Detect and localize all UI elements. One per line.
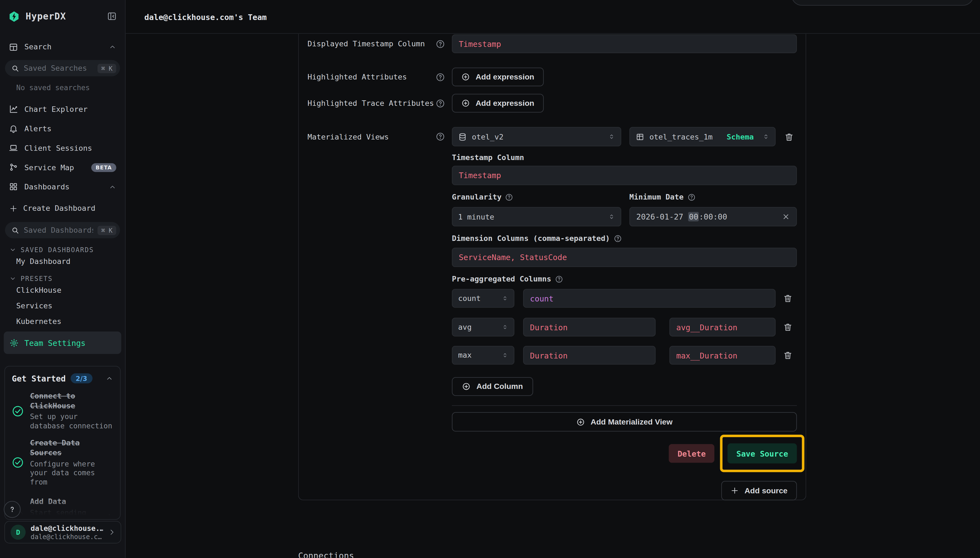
minimum-date-input[interactable]: 2026-01-27 00 :00:00 — [630, 207, 797, 226]
group-label: SAVED DASHBOARDS — [21, 246, 94, 253]
table-select[interactable]: otel_traces_1m Schema — [630, 127, 775, 146]
sidebar-item-kubernetes[interactable]: Kubernetes — [0, 313, 125, 329]
search-section-icon — [9, 42, 18, 51]
add-expression-button[interactable]: Add expression — [452, 94, 544, 112]
trash-icon[interactable] — [784, 131, 794, 142]
group-presets[interactable]: PRESETS — [0, 269, 125, 282]
add-column-button[interactable]: Add Column — [452, 377, 533, 396]
sub-label-row: Timestamp Column — [452, 153, 797, 162]
trash-icon[interactable] — [783, 293, 792, 304]
sidebar-item-clickhouse[interactable]: ClickHouse — [0, 282, 125, 298]
aggregation-select[interactable]: count — [452, 289, 514, 307]
field-label-row: Materialized Views — [308, 127, 445, 146]
input-value: Duration — [530, 322, 568, 332]
sidebar-item-chart-explorer[interactable]: Chart Explorer — [0, 100, 125, 119]
aggregation-select[interactable]: max — [452, 346, 514, 364]
granularity-value: 1 minute — [458, 212, 494, 221]
button-label: Add source — [744, 486, 787, 495]
bell-icon — [9, 124, 18, 133]
sidebar-item-services[interactable]: Services — [0, 298, 125, 313]
aggregation-select[interactable]: avg — [452, 318, 514, 336]
sidebar-item-team-settings[interactable]: Team Settings — [4, 332, 121, 354]
info-icon[interactable] — [555, 275, 563, 283]
info-icon[interactable] — [435, 132, 445, 141]
shortcut-badge: ⌘ K — [98, 64, 116, 73]
info-icon[interactable] — [687, 193, 695, 201]
connections-section: Connections — [298, 550, 806, 558]
date-part: 2026-01-27 — [636, 212, 683, 222]
alias-input[interactable]: max__Duration — [669, 346, 775, 364]
no-saved-searches-text: No saved searches — [0, 76, 125, 92]
group-saved-dashboards[interactable]: SAVED DASHBOARDS — [0, 238, 125, 253]
search-placeholder: Saved Dashboards — [24, 226, 93, 235]
save-source-button[interactable]: Save Source — [728, 443, 797, 463]
sub-label-row: Pre-aggregated Columns — [452, 275, 797, 283]
saved-searches-input[interactable]: Saved Searches ⌘ K — [5, 60, 120, 76]
avatar: D — [11, 525, 26, 540]
database-select[interactable]: otel_v2 — [452, 127, 621, 146]
mv-timestamp-column-input[interactable]: Timestamp — [452, 166, 797, 185]
chevron-up-icon — [106, 375, 113, 382]
get-started-header[interactable]: Get Started 2/3 — [12, 373, 113, 383]
sub-label-row: Dimension Columns (comma-separated) — [452, 234, 797, 243]
sidebar-item-client-sessions[interactable]: Client Sessions — [0, 138, 125, 158]
sidebar-item-dashboards[interactable]: Dashboards — [0, 177, 125, 197]
granularity-select[interactable]: 1 minute — [452, 207, 621, 226]
step-desc: Set up your database connection — [30, 412, 113, 430]
laptop-icon — [9, 143, 18, 153]
sidebar-item-alerts[interactable]: Alerts — [0, 119, 125, 138]
delete-button[interactable]: Delete — [669, 444, 715, 463]
check-circle-icon — [12, 405, 24, 417]
user-name: dale@clickhouse.… — [31, 524, 103, 533]
help-button[interactable] — [4, 501, 21, 518]
expression-input[interactable]: Duration — [523, 318, 656, 336]
trash-icon[interactable] — [783, 322, 792, 332]
sidebar: HyperDX Search Saved Searches ⌘ K No sav… — [0, 0, 126, 558]
collapse-sidebar-icon[interactable] — [107, 11, 117, 21]
trash-icon[interactable] — [783, 350, 792, 360]
plus-icon — [731, 486, 739, 495]
add-materialized-view-button[interactable]: Add Materialized View — [452, 412, 797, 432]
field-label: Highlighted Attributes — [308, 73, 407, 81]
expression-input[interactable]: count — [523, 289, 775, 307]
button-label: Add Column — [476, 382, 523, 391]
topbar: dale@clickhouse.com's Team — [126, 0, 980, 34]
input-value: Timestamp — [459, 39, 501, 49]
main-content: Displayed Timestamp Column Timestamp Hig… — [126, 34, 980, 558]
field-label: Materialized Views — [308, 132, 389, 141]
create-dashboard-label: Create Dashboard — [23, 204, 95, 213]
get-started-step-add-data[interactable]: 3 Add Data Start sending logs, metrics, … — [12, 497, 113, 520]
step-title: Add Data — [30, 497, 98, 507]
sidebar-item-search[interactable]: Search — [0, 38, 125, 56]
displayed-timestamp-input[interactable]: Timestamp — [452, 34, 797, 53]
schema-badge[interactable]: Schema — [726, 132, 754, 141]
sub-label: Pre-aggregated Columns — [452, 275, 551, 283]
info-icon[interactable] — [435, 98, 445, 108]
info-icon[interactable] — [435, 72, 445, 82]
create-dashboard-button[interactable]: Create Dashboard — [0, 200, 125, 217]
sidebar-item-my-dashboard[interactable]: My Dashboard — [0, 253, 125, 269]
button-label: Add Materialized View — [591, 417, 672, 426]
topbar-pill — [791, 0, 974, 6]
saved-dashboards-input[interactable]: Saved Dashboards ⌘ K — [5, 222, 120, 238]
circle-plus-icon — [461, 73, 470, 81]
alias-input[interactable]: avg__Duration — [669, 318, 775, 336]
connections-title: Connections — [298, 550, 806, 558]
info-icon[interactable] — [506, 193, 514, 201]
user-account-button[interactable]: D dale@clickhouse.… dale@clickhouse.c… — [4, 521, 121, 543]
info-icon[interactable] — [435, 39, 445, 49]
sidebar-item-service-map[interactable]: Service Map BETA — [0, 158, 125, 177]
add-expression-button[interactable]: Add expression — [452, 67, 544, 86]
add-source-button[interactable]: Add source — [722, 481, 797, 501]
dimension-columns-input[interactable]: ServiceName, StatusCode — [452, 248, 797, 267]
sub-label: Timestamp Column — [452, 153, 524, 162]
info-icon[interactable] — [614, 234, 622, 243]
expression-input[interactable]: Duration — [523, 346, 656, 364]
get-started-title: Get Started — [12, 374, 65, 383]
clear-date-icon[interactable] — [782, 213, 790, 221]
sub-label: Dimension Columns (comma-separated) — [452, 234, 610, 243]
get-started-step-connect[interactable]: Connect to ClickHouse Set up your databa… — [12, 391, 113, 430]
sidebar-item-label: Alerts — [25, 124, 51, 133]
get-started-step-sources[interactable]: Create Data Sources Configure where your… — [12, 438, 113, 487]
sidebar-item-label: Client Sessions — [25, 144, 92, 153]
